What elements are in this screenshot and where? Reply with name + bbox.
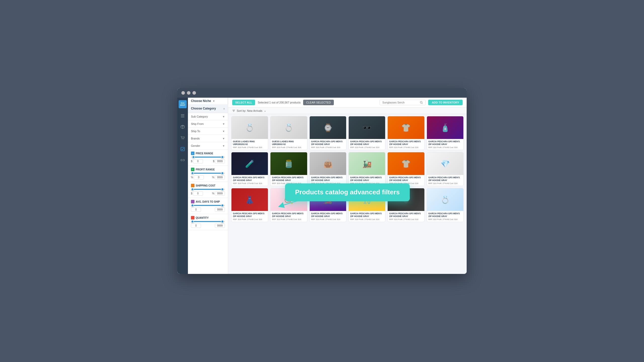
filter-category-arrow: ∧ <box>223 107 225 110</box>
sidebar-item-box[interactable] <box>179 123 186 130</box>
avg-days-thumb-left[interactable] <box>191 204 194 207</box>
filter-shipfrom-dropdown[interactable]: Ship From ▼ <box>188 120 228 128</box>
list-item[interactable]: 👗 GARCIA PESCARA GP3 MEN'S ZIP HOODIE GR… <box>231 188 268 222</box>
product-pricing: RRP: $16 Profit: 27%/4$ Cost: $16 <box>272 146 305 149</box>
product-info: GARCIA PESCARA GP3 MEN'S ZIP HOODIE GRAY… <box>427 139 463 150</box>
search-icon <box>420 101 423 104</box>
product-pricing: RRP: $16 Profit: 27%/4$ Cost: $16 <box>272 218 305 221</box>
quantity-min-box[interactable]: 0 <box>191 224 201 228</box>
product-name: GARCIA PESCARA GP3 MEN'S ZIP HOODIE GRAY <box>233 176 266 182</box>
product-grid: 💍 GUESS LADIES RING UBR283202-52 RRP: $1… <box>231 116 464 222</box>
shipping-range-slider[interactable] <box>191 189 225 190</box>
list-item[interactable]: 🧪 GARCIA PESCARA GP3 MEN'S ZIP HOODIE GR… <box>231 152 268 186</box>
price-min-box[interactable]: 0 <box>193 159 203 163</box>
product-info: GARCIA PESCARA GP3 MEN'S ZIP HOODIE GRAY… <box>349 211 385 222</box>
profit-range-thumb-left[interactable] <box>191 172 194 175</box>
product-shape-icon: 🚂 <box>362 159 372 168</box>
quantity-max-box[interactable]: 9999 <box>215 224 225 228</box>
filter-subcategory-dropdown[interactable]: Sub Category ▼ <box>188 113 228 120</box>
product-name: GARCIA PESCARA GP3 MEN'S ZIP HOODIE GRAY <box>311 140 345 146</box>
svg-rect-7 <box>181 147 184 151</box>
profit-range-thumb-right[interactable] <box>221 172 224 175</box>
product-shape-icon: 🫙 <box>284 159 293 168</box>
sidebar-item-link[interactable] <box>179 157 186 164</box>
profit-range-section: $ PROFIT RANGE % 0 <box>188 166 228 182</box>
list-item[interactable]: 🚂 GARCIA PESCARA GP3 MEN'S ZIP HOODIE GR… <box>348 152 385 186</box>
quantity-slider[interactable] <box>191 221 225 222</box>
product-grid-area: 💍 GUESS LADIES RING UBR283202-52 RRP: $1… <box>228 114 467 274</box>
quantity-thumb-left[interactable] <box>191 220 194 223</box>
quantity-min: 0 <box>191 224 201 228</box>
list-item[interactable]: 💍 GARCIA PESCARA GP3 MEN'S ZIP HOODIE GR… <box>427 188 464 222</box>
svg-point-5 <box>182 139 182 139</box>
product-pricing: RRP: $16 Profit: 27%/4$ Cost: $16 <box>311 146 345 149</box>
price-range-icon: ≡ <box>191 152 194 155</box>
svg-rect-1 <box>181 116 184 116</box>
niche-selector[interactable]: Choose Niche ▼ <box>188 98 228 104</box>
product-name: GARCIA PESCARA GP3 MEN'S ZIP HOODIE GRAY <box>350 176 384 182</box>
product-shape-icon: 🧴 <box>440 123 450 132</box>
product-name: GARCIA PESCARA GP3 MEN'S ZIP HOODIE GRAY <box>233 212 266 218</box>
list-item[interactable]: ⌚ GARCIA PESCARA GP3 MEN'S ZIP HOODIE GR… <box>309 116 346 150</box>
select-all-button[interactable]: SELECT ALL <box>232 100 255 105</box>
sidebar-item-list[interactable] <box>179 112 186 119</box>
list-item[interactable]: 👕 GARCIA PESCARA GP3 MEN'S ZIP HOODIE GR… <box>387 152 424 186</box>
filter-category-header[interactable]: Choose Category ∧ <box>188 104 228 113</box>
tooltip-overlay: Products catalog advanced filters <box>285 183 410 201</box>
filter-shipto-dropdown[interactable]: Ship To ▼ <box>188 128 228 135</box>
filter-gender-dropdown[interactable]: Gender ▼ <box>188 142 228 150</box>
list-item[interactable]: 🕶️ GARCIA PESCARA GP3 MEN'S ZIP HOODIE G… <box>348 116 385 150</box>
filter-brands-dropdown[interactable]: Brands ▼ <box>188 135 228 142</box>
product-info: GARCIA PESCARA GP3 MEN'S ZIP HOODIE GRAY… <box>270 211 307 222</box>
filter-category-title: Choose Category <box>191 107 216 110</box>
avg-days-section: AVG. DAYS TO SHIP 0 9999 <box>188 198 228 214</box>
quantity-fill <box>191 221 223 222</box>
profit-min-box[interactable]: 0 <box>194 175 204 179</box>
price-range-thumb-right[interactable] <box>221 156 224 159</box>
filter-shipfrom-arrow: ▼ <box>222 123 225 125</box>
product-image: 💍 <box>270 116 307 139</box>
profit-max-box[interactable]: 9999 <box>215 175 225 179</box>
quantity-thumb-right[interactable] <box>221 220 224 223</box>
avg-days-title: AVG. DAYS TO SHIP <box>196 200 220 203</box>
search-bar <box>380 100 426 105</box>
price-range-track <box>191 157 225 158</box>
search-input[interactable] <box>382 101 420 104</box>
shipping-max-box[interactable]: 9999 <box>215 191 225 196</box>
list-item[interactable]: 🧴 GARCIA PESCARA GP3 MEN'S ZIP HOODIE GR… <box>427 116 464 150</box>
profit-range-slider[interactable] <box>191 173 225 174</box>
sidebar-item-check[interactable] <box>179 146 186 153</box>
product-info: GARCIA PESCARA GP3 MEN'S ZIP HOODIE GRAY… <box>310 139 346 150</box>
price-range-thumb-left[interactable] <box>192 156 195 159</box>
price-max-box[interactable]: 9999 <box>215 159 225 163</box>
list-item[interactable]: 👕 GARCIA PESCARA GP3 MEN'S ZIP HOODIE GR… <box>387 116 424 150</box>
product-info: GARCIA PESCARA GP3 MEN'S ZIP HOODIE GRAY… <box>427 211 463 222</box>
shipping-min-box[interactable]: 0 <box>193 191 203 196</box>
shipping-range-fill <box>191 189 223 190</box>
shipping-range-min: $ 0 <box>191 191 203 196</box>
sidebar-item-cart[interactable] <box>179 134 186 141</box>
avg-days-slider[interactable] <box>191 205 225 206</box>
product-info: GARCIA PESCARA GP3 MEN'S ZIP HOODIE GRAY… <box>388 211 424 222</box>
price-range-slider[interactable] <box>191 157 225 158</box>
avg-days-max-box[interactable]: 9999 <box>215 207 225 212</box>
product-shape-icon: 💍 <box>284 123 293 132</box>
list-item[interactable]: 👜 GARCIA PESCARA GP3 MEN'S ZIP HOODIE GR… <box>309 152 346 186</box>
filter-gender-label: Gender <box>191 144 200 147</box>
list-item[interactable]: 💍 GUESS LADIES RING UBR283202-52 RRP: $1… <box>231 116 268 150</box>
shipping-range-thumb-left[interactable] <box>191 188 194 191</box>
list-item[interactable]: 💍 GUESS LADIES RING UBR28002-52 RRP: $16… <box>270 116 307 150</box>
product-info: GARCIA PESCARA GP3 MEN'S ZIP HOODIE GRAY… <box>310 211 346 222</box>
list-item[interactable]: 💎 GARCIA PESCARA GP3 MEN'S ZIP HOODIE GR… <box>427 152 464 186</box>
avg-days-thumb-right[interactable] <box>221 204 224 207</box>
price-min-symbol: $ <box>191 160 192 163</box>
avg-days-min-box[interactable]: 0 <box>191 207 201 212</box>
clear-selected-button[interactable]: CLEAR SELECTED <box>303 100 334 105</box>
profit-min-symbol: % <box>191 176 193 179</box>
product-shape-icon: 💍 <box>245 123 254 132</box>
list-item[interactable]: 🫙 GARCIA PESCARA GP3 MEN'S ZIP HOODIE GR… <box>270 152 307 186</box>
shipping-range-thumb-right[interactable] <box>221 188 224 191</box>
product-image: 👕 <box>388 152 424 175</box>
add-to-inventory-button[interactable]: ADD TO INVENTORY <box>428 100 463 105</box>
selected-count-label: Selected 1 out of 200,567 products <box>258 101 301 104</box>
